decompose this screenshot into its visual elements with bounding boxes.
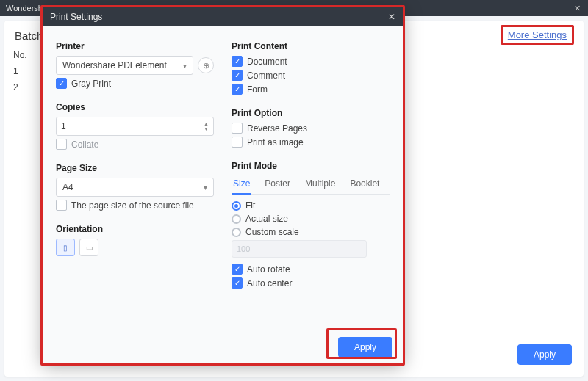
reverse-pages-checkbox[interactable]: Reverse Pages xyxy=(232,123,390,134)
print-as-image-checkbox[interactable]: Print as image xyxy=(232,137,390,148)
close-icon[interactable]: ✕ xyxy=(385,12,398,22)
apply-button[interactable]: Apply xyxy=(338,337,392,358)
print-settings-dialog: Print Settings ✕ Printer Wondershare PDF… xyxy=(43,7,403,363)
custom-scale-radio[interactable]: Custom scale xyxy=(232,227,390,237)
auto-center-checkbox[interactable]: Auto center xyxy=(232,277,390,289)
printer-select[interactable]: Wondershare PDFelement ▾ xyxy=(56,56,193,75)
section-pagesize: Page Size xyxy=(56,163,214,173)
auto-rotate-checkbox[interactable]: Auto rotate xyxy=(232,264,390,275)
radio-icon xyxy=(232,201,241,211)
page-size-select[interactable]: A4 ▾ xyxy=(56,178,214,197)
copies-input[interactable]: 1 ▲▼ xyxy=(56,117,214,136)
chevron-down-icon: ▾ xyxy=(183,62,187,70)
chevron-down-icon: ▾ xyxy=(204,184,207,192)
apply-button-bg[interactable]: Apply xyxy=(517,344,572,365)
actual-size-radio[interactable]: Actual size xyxy=(232,214,390,224)
checkbox-icon xyxy=(232,277,243,289)
source-pagesize-checkbox[interactable]: The page size of the source file xyxy=(56,200,214,211)
section-copies: Copies xyxy=(56,102,214,112)
checkbox-icon xyxy=(232,70,243,81)
checkbox-icon xyxy=(232,56,243,67)
checkbox-icon xyxy=(232,137,243,148)
content-document-checkbox[interactable]: Document xyxy=(232,56,390,67)
fit-radio[interactable]: Fit xyxy=(232,200,390,211)
radio-icon xyxy=(232,214,241,224)
section-print-option: Print Option xyxy=(232,108,390,118)
close-icon[interactable]: ✕ xyxy=(570,4,584,13)
tab-poster[interactable]: Poster xyxy=(263,175,292,194)
checkbox-icon xyxy=(56,139,67,150)
list-row: 2 xyxy=(13,82,27,92)
section-printer: Printer xyxy=(56,41,214,51)
orientation-portrait[interactable]: ▯ xyxy=(56,239,75,256)
more-settings-link[interactable]: More Settings xyxy=(505,28,570,42)
checkbox-icon xyxy=(56,78,67,89)
orientation-landscape[interactable]: ▭ xyxy=(79,239,98,256)
content-form-checkbox[interactable]: Form xyxy=(232,84,390,95)
checkbox-icon xyxy=(232,84,243,95)
gray-print-checkbox[interactable]: Gray Print xyxy=(56,78,214,89)
radio-icon xyxy=(232,228,241,237)
custom-scale-input: 100 xyxy=(232,240,367,258)
tab-booklet[interactable]: Booklet xyxy=(348,175,381,194)
chevron-up-icon[interactable]: ▲ xyxy=(204,121,209,126)
printer-settings-icon[interactable]: ⊕ xyxy=(198,57,214,73)
collate-checkbox[interactable]: Collate xyxy=(56,139,214,150)
section-print-content: Print Content xyxy=(232,41,390,51)
content-comment-checkbox[interactable]: Comment xyxy=(232,70,390,81)
list-row: 1 xyxy=(13,66,27,76)
chevron-down-icon[interactable]: ▼ xyxy=(204,126,209,131)
checkbox-icon xyxy=(232,123,243,134)
batch-list: No. 1 2 xyxy=(13,50,27,98)
checkbox-icon xyxy=(56,200,67,211)
section-orientation: Orientation xyxy=(56,224,214,234)
dialog-title: Print Settings xyxy=(50,12,102,22)
tab-size[interactable]: Size xyxy=(232,175,251,195)
section-print-mode: Print Mode xyxy=(232,161,390,171)
checkbox-icon xyxy=(232,264,243,275)
app-title: Wondersha xyxy=(6,4,47,12)
printer-selected: Wondershare PDFelement xyxy=(62,60,167,70)
tab-multiple[interactable]: Multiple xyxy=(304,175,337,194)
col-header-no: No. xyxy=(13,50,27,60)
